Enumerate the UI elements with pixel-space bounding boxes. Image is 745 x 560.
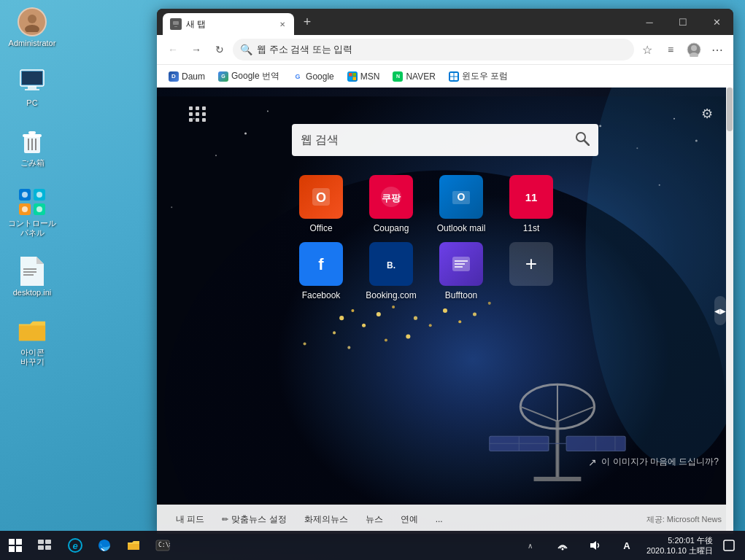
fav-msn[interactable]: MSN [341, 68, 386, 85]
fav-daum[interactable]: D Daum [163, 68, 211, 85]
scrollbar[interactable] [726, 88, 733, 534]
svg-text:O: O [458, 191, 466, 203]
desktop-icon-desktop-ini[interactable]: desktop.ini [6, 257, 58, 298]
sidebar-handle[interactable]: ◀▶ [714, 296, 726, 325]
svg-point-51 [473, 313, 476, 316]
forward-button[interactable]: → [186, 39, 206, 60]
input-method-button[interactable]: A [613, 531, 641, 560]
fav-naver[interactable]: N NAVER [387, 68, 441, 85]
news-tab-entertainment[interactable]: 연예 [393, 508, 425, 531]
restore-button[interactable]: ☐ [666, 9, 700, 35]
desktop: Administrator PC [0, 0, 745, 560]
fav-google-translate[interactable]: G Google 번역 [212, 68, 285, 85]
back-button[interactable]: ← [163, 39, 183, 60]
desktop-icon-pc[interactable]: PC [6, 67, 58, 108]
svg-point-52 [347, 346, 350, 349]
taskbar-cmd-button[interactable]: C:\>_ [149, 531, 177, 560]
svg-point-56 [304, 343, 306, 346]
svg-rect-36 [454, 73, 458, 77]
feedback-text: 이 이미지가 마음에 드십니까? [601, 456, 719, 468]
desktop-icon-icon-folder[interactable]: 아이콘 바꾸기 [6, 316, 58, 367]
app-facebook[interactable]: f Facebook [292, 242, 350, 300]
add-more-icon: + [509, 242, 553, 286]
network-icon[interactable] [549, 531, 576, 560]
close-button[interactable]: ✕ [700, 9, 733, 35]
svg-point-17 [36, 192, 42, 198]
new-tab-button[interactable]: + [297, 12, 317, 32]
notification-center-button[interactable] [719, 531, 739, 560]
taskbar-explorer-button[interactable] [120, 531, 147, 560]
fav-windows[interactable]: 윈도우 포럼 [443, 68, 514, 85]
taskbar-edge-button[interactable] [90, 531, 118, 560]
search-button[interactable] [575, 131, 590, 149]
svg-point-76 [636, 147, 638, 149]
booking-app-icon: B. [369, 242, 413, 286]
search-placeholder-text: 웹 검색 [301, 133, 569, 148]
tab-close-btn[interactable]: ✕ [277, 18, 288, 30]
news-tab-my-feed[interactable]: 내 피드 [169, 508, 212, 531]
bufftoon-app-icon [439, 242, 483, 286]
svg-rect-102 [38, 545, 44, 550]
settings-menu-button[interactable]: ⋯ [707, 39, 727, 60]
news-provider: 제공: Microsoft News [646, 514, 722, 525]
refresh-button[interactable]: ↻ [209, 39, 230, 60]
svg-rect-23 [23, 271, 36, 273]
fav-daum-label: Daum [182, 71, 205, 82]
svg-point-46 [333, 331, 336, 334]
address-input-container[interactable]: 🔍 웹 주소 검색 또는 입력 [233, 39, 634, 61]
window-controls: ─ ☐ ✕ [633, 9, 733, 35]
task-view-button[interactable] [31, 531, 58, 560]
app-11st[interactable]: 11 11st [502, 175, 560, 233]
desktop-icon-control-panel[interactable]: コントロール パネル [6, 187, 58, 238]
collections-button[interactable]: ≡ [660, 39, 681, 60]
google-favicon-icon: G [293, 71, 303, 82]
svg-rect-96 [9, 539, 15, 545]
news-tab-settings[interactable]: ✏ 맞춤뉴스 설정 [215, 508, 293, 531]
news-tab-news-label: 뉴스 [366, 513, 383, 526]
svg-rect-33 [349, 77, 352, 80]
grid-dots-icon [189, 106, 206, 122]
svg-point-0 [28, 15, 36, 23]
news-tab-hot[interactable]: 화제의뉴스 [297, 508, 355, 531]
taskbar-edge-legacy-button[interactable]: e [61, 531, 89, 560]
desktop-icon-recycle-bin[interactable]: ごみ箱 [6, 127, 58, 168]
app-booking[interactable]: B. Booking.com [362, 242, 420, 300]
fav-msn-label: MSN [360, 71, 380, 82]
news-tab-news[interactable]: 뉴스 [358, 508, 390, 531]
svg-text:f: f [318, 255, 324, 273]
svg-point-29 [691, 45, 697, 51]
app-bufftoon[interactable]: Bufftoon [432, 242, 490, 300]
app-coupang[interactable]: 쿠팡 Coupang [362, 175, 420, 233]
apps-grid-button[interactable] [186, 102, 209, 125]
svg-point-18 [22, 206, 28, 212]
news-tab-more[interactable]: ... [428, 508, 450, 531]
clock[interactable]: 5:20:01 午後 2020.10.10 土曜日 [644, 535, 716, 556]
page-settings-button[interactable]: ⚙ [695, 102, 719, 125]
profile-button[interactable] [684, 39, 704, 60]
tab-favicon [170, 18, 182, 30]
scrollbar-thumb[interactable] [727, 88, 733, 131]
svg-marker-109 [590, 541, 596, 550]
app-outlook[interactable]: O Outlook mail [432, 175, 490, 233]
volume-icon[interactable] [581, 531, 609, 560]
systray-expand-button[interactable]: ∧ [517, 531, 544, 560]
svg-rect-22 [23, 268, 36, 270]
svg-rect-26 [173, 21, 179, 25]
systray: ∧ A [517, 531, 641, 560]
svg-rect-3 [22, 71, 42, 85]
app-office[interactable]: O Office [292, 175, 350, 233]
fav-windows-label: 윈도우 포럼 [462, 70, 508, 82]
svg-point-79 [171, 206, 172, 208]
address-bar: ← → ↻ 🔍 웹 주소 검색 또는 입력 ☆ ≡ ⋯ [157, 35, 733, 64]
minimize-button[interactable]: ─ [633, 9, 666, 35]
app-add-more[interactable]: + [502, 242, 560, 300]
start-button[interactable] [0, 531, 31, 560]
svg-point-53 [385, 338, 387, 341]
fav-google-label: Google [306, 71, 334, 82]
desktop-icon-administrator[interactable]: Administrator [6, 7, 58, 48]
search-box[interactable]: 웹 검색 [292, 124, 598, 156]
svg-text:쿠팡: 쿠팡 [382, 192, 401, 203]
fav-google[interactable]: G Google [287, 68, 340, 85]
favorites-button[interactable]: ☆ [637, 39, 657, 60]
active-tab[interactable]: 새 탭 ✕ [163, 13, 294, 35]
